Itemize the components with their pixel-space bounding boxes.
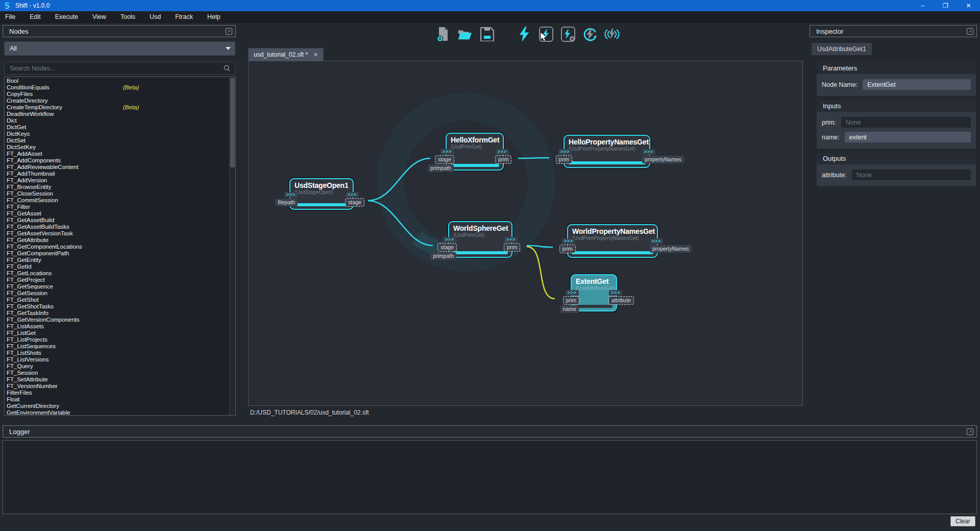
graph-canvas[interactable]: UsdStageOpen1 (UsdStageOpen) >>>filepath… <box>248 61 803 406</box>
port-prim[interactable]: prim <box>560 245 575 253</box>
node-list-item[interactable]: Dict <box>7 117 235 124</box>
node-list-item[interactable]: FT_GetComponentLocations <box>7 244 235 250</box>
menu-item[interactable]: Help <box>200 11 228 23</box>
node-list-item[interactable]: FT_GetShotTasks <box>7 303 235 310</box>
node-list-item[interactable]: FT_GetAssetVersionTask <box>7 230 235 237</box>
node-list-item[interactable]: DictGet <box>7 124 235 131</box>
node-list-item[interactable]: FT_AddAsset <box>7 151 235 157</box>
maximize-button[interactable]: ❐ <box>934 0 957 11</box>
node-list-item[interactable]: FT_ListGet <box>7 330 235 336</box>
undock-icon[interactable]: ↗ <box>967 28 973 35</box>
close-tab-icon[interactable]: ✕ <box>313 52 318 58</box>
inspector-field-input[interactable]: None <box>852 170 971 180</box>
node-list-item[interactable]: DictKeys <box>7 131 235 137</box>
menu-item[interactable]: Ftrack <box>168 11 200 23</box>
node-list-item[interactable]: FT_VersionNumber <box>7 383 235 390</box>
node-list-item[interactable]: FT_GetAsset <box>7 210 235 217</box>
tab-usd-tutorial-02[interactable]: usd_tutorial_02.sft * ✕ <box>248 48 324 61</box>
node-list-item[interactable]: FT_GetProject <box>7 277 235 283</box>
node-list-item[interactable]: DictSet <box>7 137 235 144</box>
graph-node[interactable]: WorldPropertyNamesGet (UsdPrimPropertyNa… <box>567 224 658 258</box>
node-list-item[interactable]: FT_BrowseEntity <box>7 184 235 190</box>
menu-item[interactable]: File <box>0 11 22 23</box>
port-propertyNames[interactable]: propertyNames <box>642 156 684 163</box>
minimize-button[interactable]: – <box>911 0 934 11</box>
port-prim[interactable]: prim <box>564 297 579 304</box>
soft-execute-button[interactable] <box>582 26 598 42</box>
node-list-item[interactable]: FT_Session <box>7 370 235 376</box>
node-list-item[interactable]: FT_CommitSession <box>7 197 235 204</box>
undock-icon[interactable]: ↗ <box>226 28 232 35</box>
node-list-item[interactable]: FT_AddVersion <box>7 177 235 184</box>
port-stage[interactable]: stage <box>435 156 454 163</box>
live-execute-button[interactable] <box>604 26 620 42</box>
port-attribute[interactable]: attribute <box>609 297 633 304</box>
node-list-item[interactable]: FT_GetSession <box>7 290 235 297</box>
graph-node[interactable]: ExtentGet (UsdAttributeGet) >>>primname … <box>571 274 617 311</box>
inspector-field-input[interactable]: extent <box>845 132 971 142</box>
menu-item[interactable]: View <box>85 11 113 23</box>
port-name[interactable]: name <box>560 305 579 313</box>
node-list-item[interactable]: FT_GetLocations <box>7 270 235 277</box>
graph-node[interactable]: HelloXformGet (UsdPrimGet) >>>stageprimp… <box>446 133 504 171</box>
node-list-item[interactable]: FT_GetAssetBuild <box>7 217 235 224</box>
search-input[interactable] <box>5 65 223 72</box>
menu-item[interactable]: Execute <box>48 11 85 23</box>
port-stage[interactable]: stage <box>438 244 456 251</box>
node-list-item[interactable]: CreateTempDirectory (Beta) <box>7 104 235 111</box>
node-list-item[interactable]: FT_AddReviewableContent <box>7 164 235 171</box>
port-primpath[interactable]: primpath <box>430 252 456 260</box>
menu-item[interactable]: Tools <box>113 11 142 23</box>
menu-item[interactable]: Edit <box>22 11 48 23</box>
node-list-item[interactable]: FT_AddComponents <box>7 157 235 164</box>
wire[interactable] <box>518 158 549 158</box>
execute-button[interactable] <box>517 26 532 42</box>
inspector-field-input[interactable]: None <box>841 117 971 128</box>
node-list-item[interactable]: Bool <box>7 78 235 84</box>
port-stage[interactable]: stage <box>346 199 364 206</box>
node-list-item[interactable]: FT_ListVersions <box>7 356 235 363</box>
node-list-item[interactable]: FT_GetId <box>7 263 235 270</box>
node-list-item[interactable]: FT_GetComponentPath <box>7 250 235 257</box>
graph-node[interactable]: UsdStageOpen1 (UsdStageOpen) >>>filepath… <box>289 178 354 210</box>
node-list-item[interactable]: Float <box>7 396 235 403</box>
undock-icon[interactable]: ↗ <box>967 428 973 435</box>
node-list-item[interactable]: ConditionEquals (Beta) <box>7 84 235 91</box>
execute-to-node-button[interactable] <box>560 26 576 42</box>
port-primpath[interactable]: primpath <box>428 164 454 172</box>
node-list-item[interactable]: FT_GetAttribute <box>7 237 235 244</box>
graph-node[interactable]: HelloPropertyNamesGet (UsdPrimPropertyNa… <box>564 135 650 168</box>
node-list-item[interactable]: DictSetKey <box>7 144 235 151</box>
node-list-item[interactable]: FT_ListAssets <box>7 323 235 330</box>
node-list-item[interactable]: FT_SetAttribute <box>7 376 235 383</box>
clear-logger-button[interactable]: Clear <box>950 516 975 526</box>
node-list-item[interactable]: FT_GetEntity <box>7 257 235 263</box>
node-list-item[interactable]: FT_GetSequence <box>7 283 235 290</box>
node-list-item[interactable]: FT_ListProjects <box>7 336 235 343</box>
node-list-item[interactable]: GetCurrentDirectory <box>7 403 235 409</box>
node-list-item[interactable]: FT_ListSequences <box>7 343 235 350</box>
new-file-button[interactable] <box>435 26 451 42</box>
port-prim[interactable]: prim <box>504 244 520 251</box>
node-list-item[interactable]: FT_CloseSession <box>7 190 235 197</box>
node-list-item[interactable]: CreateDirectory <box>7 98 235 104</box>
node-list-item[interactable]: FT_Query <box>7 363 235 370</box>
node-list-item[interactable]: FT_ListShots <box>7 350 235 356</box>
node-list-item[interactable]: FT_GetTaskInfo <box>7 310 235 317</box>
port-prim[interactable]: prim <box>496 156 511 163</box>
node-list-item[interactable]: CopyFiles <box>7 91 235 98</box>
inspector-node-tab[interactable]: UsdAttributeGet1 <box>812 43 872 55</box>
port-prim[interactable]: prim <box>556 156 572 163</box>
port-propertyNames[interactable]: propertyNames <box>650 245 692 253</box>
save-file-button[interactable] <box>479 26 495 42</box>
close-button[interactable]: ✕ <box>957 0 980 11</box>
node-list-item[interactable]: FT_AddThumbnail <box>7 171 235 177</box>
node-list-item[interactable]: FT_GetAssetBuildTasks <box>7 224 235 230</box>
node-list-item[interactable]: GetEnvironmentVariable <box>7 409 235 416</box>
node-list-item[interactable]: DeadlineWorkflow <box>7 111 235 117</box>
node-list-item[interactable]: FT_GetShot <box>7 297 235 303</box>
node-list-item[interactable]: FilterFiles <box>7 390 235 396</box>
wire[interactable] <box>527 247 555 299</box>
menu-item[interactable]: Usd <box>142 11 168 23</box>
node-filter-dropdown[interactable]: All <box>4 41 235 56</box>
